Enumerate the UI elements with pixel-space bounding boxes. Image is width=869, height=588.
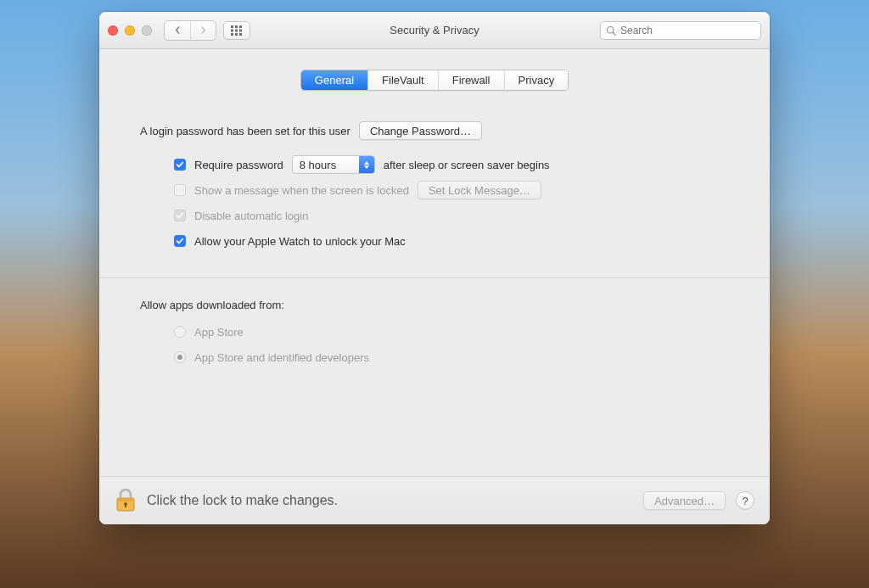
tab-firewall[interactable]: Firewall [438, 70, 504, 90]
forward-button[interactable] [190, 21, 216, 40]
search-input[interactable] [620, 25, 755, 36]
svg-rect-6 [231, 33, 233, 36]
change-password-button[interactable]: Change Password… [359, 121, 482, 140]
gatekeeper-appstore-radio [174, 326, 186, 338]
tab-bar: General FileVault Firewall Privacy [99, 49, 770, 99]
require-password-checkbox[interactable] [174, 159, 186, 171]
svg-rect-3 [231, 29, 233, 31]
tab-filevault[interactable]: FileVault [367, 70, 438, 90]
set-lock-message-button: Set Lock Message… [418, 181, 541, 199]
preferences-window: Security & Privacy General FileVault Fir… [99, 12, 770, 524]
chevron-up-down-icon [359, 156, 374, 173]
gatekeeper-identified-label: App Store and identified developers [194, 351, 369, 364]
after-sleep-label: after sleep or screen saver begins [384, 159, 550, 171]
gatekeeper-identified-radio [174, 351, 186, 363]
general-pane: A login password has been set for this u… [99, 99, 770, 462]
advanced-button: Advanced… [643, 491, 726, 510]
back-button[interactable] [165, 21, 190, 40]
lock-icon[interactable] [115, 489, 137, 512]
require-password-label: Require password [194, 159, 283, 171]
tab-general[interactable]: General [301, 70, 367, 90]
svg-rect-4 [235, 29, 238, 31]
nav-back-forward [164, 20, 216, 41]
gatekeeper-heading: Allow apps downloaded from: [140, 299, 284, 311]
svg-rect-8 [239, 33, 242, 36]
show-lock-message-label: Show a message when the screen is locked [194, 184, 409, 197]
svg-rect-7 [235, 33, 238, 36]
window-controls [108, 25, 152, 36]
section-divider [99, 277, 770, 278]
show-lock-message-checkbox [174, 184, 186, 196]
tab-privacy[interactable]: Privacy [504, 70, 569, 90]
svg-rect-5 [239, 29, 242, 31]
svg-rect-0 [231, 25, 233, 28]
show-all-button[interactable] [223, 21, 250, 40]
login-password-set-label: A login password has been set for this u… [140, 125, 350, 137]
footer-bar: Click the lock to make changes. Advanced… [99, 476, 770, 524]
disable-auto-login-checkbox [174, 210, 186, 221]
zoom-window-button [142, 25, 152, 36]
titlebar: Security & Privacy [99, 12, 770, 49]
require-password-delay-value: 8 hours [300, 159, 350, 171]
svg-rect-14 [125, 504, 126, 507]
svg-rect-2 [239, 25, 242, 28]
help-button[interactable]: ? [736, 491, 754, 510]
svg-rect-1 [235, 25, 238, 28]
window-body: General FileVault Firewall Privacy A log… [99, 49, 770, 524]
apple-watch-unlock-checkbox[interactable] [174, 235, 186, 247]
apple-watch-unlock-label: Allow your Apple Watch to unlock your Ma… [194, 235, 406, 248]
require-password-delay-popup[interactable]: 8 hours [292, 155, 375, 174]
svg-line-10 [613, 32, 615, 35]
close-window-button[interactable] [108, 25, 118, 36]
disable-auto-login-label: Disable automatic login [194, 210, 308, 222]
search-field[interactable] [600, 21, 761, 40]
lock-hint-label: Click the lock to make changes. [147, 493, 338, 508]
search-icon [606, 25, 616, 36]
minimize-window-button[interactable] [125, 25, 135, 36]
gatekeeper-appstore-label: App Store [194, 326, 244, 339]
svg-rect-12 [117, 498, 134, 501]
